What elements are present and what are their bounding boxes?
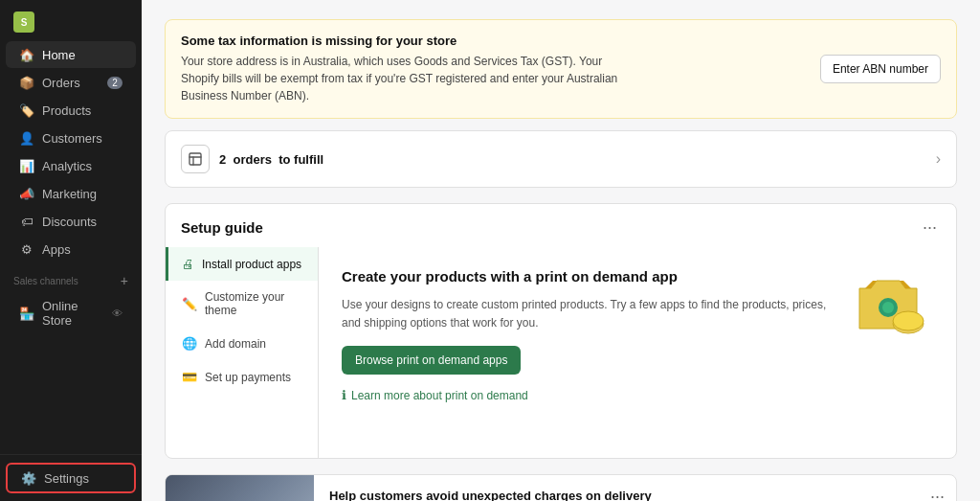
setup-guide-header: Setup guide ··· [166,204,956,247]
setup-guide-title: Setup guide [181,219,263,236]
sidebar-item-label: Products [42,103,91,118]
orders-fulfill-text: 2 orders to fulfill [219,152,323,167]
steps-panel: 🖨 Install product apps ✏️ Customize your… [166,247,319,458]
orders-fulfill-banner[interactable]: 2 orders to fulfill › [165,130,957,188]
help-card-content: Help customers avoid unexpected charges … [314,475,956,501]
card-icon: 💳 [182,370,197,384]
discounts-icon: 🏷 [19,214,34,229]
analytics-icon: 📊 [19,158,34,173]
setup-content-panel: Create your products with a print on dem… [319,247,956,458]
step-label: Add domain [205,337,266,351]
setup-content-body: Use your designs to create custom printe… [342,296,832,332]
sidebar-item-label: Marketing [42,187,97,201]
help-card-thumbnail: ▶ [166,475,314,501]
sidebar-footer: ⚙️ Settings [0,454,142,501]
settings-item[interactable]: ⚙️ Settings [6,463,136,493]
sidebar-item-label: Orders [42,76,80,90]
tax-banner-body: Your store address is in Australia, whic… [181,53,640,104]
orders-icon: 📦 [19,75,34,90]
orders-suffix: to fulfill [278,152,323,167]
orders-count: 2 [219,152,226,167]
sidebar-item-label: Analytics [42,159,92,173]
step-set-up-payments[interactable]: 💳 Set up payments [166,360,318,394]
chevron-right-icon: › [936,150,941,168]
sidebar-item-apps[interactable]: ⚙ Apps [6,236,136,262]
enter-abn-button[interactable]: Enter ABN number [820,55,941,83]
step-add-domain[interactable]: 🌐 Add domain [166,327,318,360]
product-image [851,266,937,353]
print-icon: 🖨 [182,257,194,271]
main-content: Some tax information is missing for your… [142,0,980,501]
sidebar-nav: 🏠 Home 📦 Orders 2 🏷️ Products 👤 Customer… [0,40,142,454]
products-icon: 🏷️ [19,102,34,118]
setup-guide-more-button[interactable]: ··· [919,217,941,238]
setup-content-text: Create your products with a print on dem… [342,266,832,439]
setup-guide: Setup guide ··· 🖨 Install product apps ✏… [165,203,957,459]
sidebar-item-discounts[interactable]: 🏷 Discounts [6,208,136,235]
sidebar-item-label: Home [42,48,76,62]
step-label: Set up payments [205,371,291,384]
sidebar-logo: S [0,0,142,40]
help-card-more-button[interactable]: ··· [930,487,945,501]
orders-word: orders [233,152,271,167]
settings-icon: ⚙️ [21,470,36,486]
learn-more-link[interactable]: ℹ Learn more about print on demand [342,388,832,402]
sidebar-item-customers[interactable]: 👤 Customers [6,125,136,151]
step-label: Install product apps [202,258,301,271]
svg-point-7 [893,311,924,330]
sales-channels-section: Sales channels + [0,263,142,292]
shopify-bag-icon: S [13,11,34,33]
sidebar-item-analytics[interactable]: 📊 Analytics [6,152,136,179]
step-label: Customize your theme [205,290,304,317]
sidebar-item-label: Apps [42,242,71,257]
svg-point-5 [882,302,894,313]
setup-guide-body: 🖨 Install product apps ✏️ Customize your… [166,247,956,458]
orders-banner-left: 2 orders to fulfill [181,145,323,173]
help-card: ▶ Help customers avoid unexpected charge… [165,474,957,501]
online-store-eye-icon: 👁 [112,307,122,319]
globe-icon: 🌐 [182,336,197,351]
setup-content-heading: Create your products with a print on dem… [342,266,832,286]
sidebar-item-home[interactable]: 🏠 Home [6,41,136,68]
sidebar-item-label: Discounts [42,215,97,229]
sidebar-item-label: Customers [42,131,102,146]
add-sales-channel-button[interactable]: + [121,273,128,288]
tax-banner-text: Some tax information is missing for your… [181,34,640,104]
customers-icon: 👤 [19,130,34,146]
apps-icon: ⚙ [19,241,34,257]
svg-rect-0 [189,153,201,165]
pencil-icon: ✏️ [182,297,197,311]
sidebar-item-orders[interactable]: 📦 Orders 2 [6,69,136,96]
home-icon: 🏠 [19,47,34,62]
sidebar-item-label: Online Store [42,299,104,328]
info-circle-icon: ℹ [342,388,346,402]
online-store-icon: 🏪 [19,306,34,321]
marketing-icon: 📣 [19,186,34,201]
sidebar: S 🏠 Home 📦 Orders 2 🏷️ Products 👤 Custom… [0,0,142,501]
browse-apps-button[interactable]: Browse print on demand apps [342,346,521,375]
learn-more-text: Learn more about print on demand [351,389,528,402]
person-silhouette [166,475,314,501]
step-customize-theme[interactable]: ✏️ Customize your theme [166,281,318,327]
step-install-product-apps[interactable]: 🖨 Install product apps [166,247,318,281]
sidebar-item-products[interactable]: 🏷️ Products [6,97,136,124]
sidebar-item-online-store[interactable]: 🏪 Online Store 👁 [6,293,136,333]
tax-banner-title: Some tax information is missing for your… [181,34,640,48]
orders-badge: 2 [107,77,122,89]
sidebar-item-marketing[interactable]: 📣 Marketing [6,180,136,207]
tax-banner: Some tax information is missing for your… [165,19,957,119]
help-card-title: Help customers avoid unexpected charges … [329,489,941,501]
orders-box-icon [181,145,210,173]
settings-label: Settings [44,471,89,486]
